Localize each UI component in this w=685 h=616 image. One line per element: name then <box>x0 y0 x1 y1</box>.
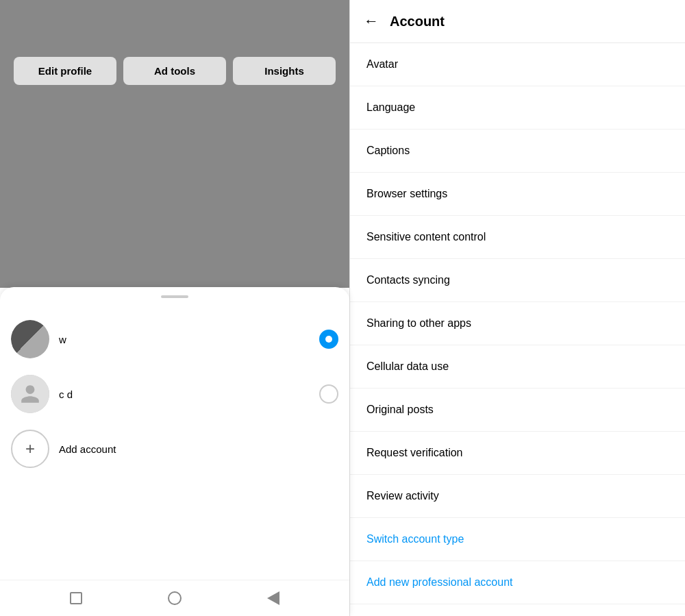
menu-item-language[interactable]: Language <box>350 86 685 130</box>
add-account-label: Add account <box>59 443 116 455</box>
circle-nav-button[interactable] <box>168 591 182 605</box>
back-arrow-icon[interactable]: ← <box>364 12 379 30</box>
menu-item-add-professional-account[interactable]: Add new professional account <box>350 561 685 604</box>
menu-item-request-verification[interactable]: Request verification <box>350 432 685 475</box>
insights-button[interactable]: Insights <box>233 57 336 85</box>
left-panel: Edit profile Ad tools Insights w <box>0 0 349 616</box>
menu-item-switch-account-type[interactable]: Switch account type <box>350 518 685 561</box>
square-nav-button[interactable] <box>70 592 82 604</box>
back-nav-button[interactable] <box>267 591 279 605</box>
account-settings-header: ← Account <box>350 0 685 43</box>
profile-banner <box>0 0 349 288</box>
add-account-icon: + <box>11 430 49 468</box>
menu-item-browser-settings[interactable]: Browser settings <box>350 173 685 216</box>
menu-item-original-posts[interactable]: Original posts <box>350 389 685 432</box>
menu-item-sensitive-content[interactable]: Sensitive content control <box>350 216 685 259</box>
ad-tools-button[interactable]: Ad tools <box>123 57 226 85</box>
bottom-sheet: w c d + Add account <box>0 287 349 616</box>
account-list: w c d + Add account <box>0 298 349 580</box>
avatar-placeholder-2 <box>11 375 49 413</box>
edit-profile-button[interactable]: Edit profile <box>14 57 116 85</box>
account-menu-list: Avatar Language Captions Browser setting… <box>350 43 685 604</box>
menu-item-sharing[interactable]: Sharing to other apps <box>350 302 685 345</box>
avatar-photo-1 <box>11 320 49 358</box>
menu-item-review-activity[interactable]: Review activity <box>350 475 685 518</box>
right-panel: ← Account Avatar Language Captions Brows… <box>349 0 685 616</box>
menu-item-captions[interactable]: Captions <box>350 130 685 173</box>
menu-item-avatar[interactable]: Avatar <box>350 43 685 86</box>
account-name-2: c d <box>59 389 310 400</box>
account-settings-title: Account <box>390 14 445 29</box>
account-item-2[interactable]: c d <box>11 367 338 421</box>
menu-item-contacts-syncing[interactable]: Contacts syncing <box>350 259 685 302</box>
avatar-1 <box>11 320 49 358</box>
avatar-2 <box>11 375 49 413</box>
profile-action-buttons: Edit profile Ad tools Insights <box>0 57 349 85</box>
account-item-1[interactable]: w <box>11 312 338 367</box>
menu-item-cellular-data[interactable]: Cellular data use <box>350 345 685 389</box>
add-account-item[interactable]: + Add account <box>11 421 338 476</box>
account-name-1: w <box>59 334 310 345</box>
radio-unselected-2[interactable] <box>319 384 338 404</box>
radio-selected-1[interactable] <box>319 330 338 349</box>
android-nav-bar <box>0 580 349 616</box>
